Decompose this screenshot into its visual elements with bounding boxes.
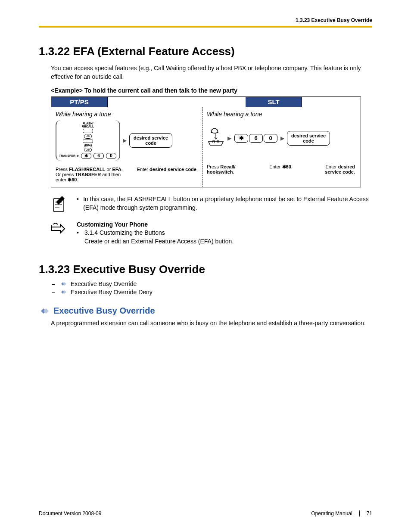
page-footer: Document Version 2008-09 Operating Manua… [39, 510, 372, 516]
flash-recall-label: FLASH/ RECALL [82, 122, 94, 128]
or-label-2: OR [84, 148, 92, 152]
section-1-intro: You can access special features (e.g., C… [51, 64, 372, 81]
flash-recall-button-icon [83, 129, 93, 133]
key-0-1: 0 [106, 153, 116, 159]
svg-marker-10 [44, 308, 49, 314]
pt-ps-column: While hearing a tone FLASH/ RECALL OR (E… [51, 107, 202, 187]
page-number: 71 [359, 510, 372, 516]
notepad-icon [51, 195, 66, 213]
slt-header: SLT [246, 97, 302, 107]
arrow-icon: ▶ [123, 137, 127, 143]
bullet-icon: • [77, 195, 80, 212]
bullet-icon: • [77, 229, 81, 246]
or-label-1: OR [84, 134, 92, 138]
efa-label: (EFA) [84, 144, 92, 147]
procedure-diagram: PT/PS SLT While hearing a tone FLASH/ RE… [51, 96, 361, 187]
efa-button-icon [83, 140, 93, 143]
pt-caption-a: Press FLASH/RECALL or EFA. Or press TRAN… [56, 167, 125, 183]
section-1-title: 1.3.22 EFA (External Feature Access) [39, 45, 372, 58]
key-star-1: ✱ [81, 153, 91, 159]
header-section-label: 1.3.23 Executive Busy Override [39, 17, 372, 26]
slt-caption-b: Enter ✱60. [257, 164, 304, 174]
note-1-text: In this case, the FLASH/RECALL button on… [83, 195, 372, 212]
transfer-label: TRANSFER [59, 154, 75, 157]
key-0-2: 0 [264, 134, 277, 143]
header-rule [39, 26, 372, 28]
customizing-desc: Create or edit an External Feature Acces… [84, 238, 234, 245]
hookswitch-icon [207, 128, 225, 149]
pt-tone-text: While hearing a tone [56, 111, 198, 118]
example-label: <Example> To hold the current call and t… [51, 87, 372, 94]
key-6-1: 6 [93, 153, 104, 159]
customizing-heading: Customizing Your Phone [77, 221, 372, 228]
pt-options-group: FLASH/ RECALL OR (EFA) OR TRANSFER ▶ ✱ 6… [56, 120, 120, 161]
dash-icon: – [51, 280, 56, 287]
link-executive-busy-override[interactable]: Executive Busy Override [71, 280, 137, 287]
hand-pointing-icon [51, 221, 66, 246]
link-executive-busy-override-deny[interactable]: Executive Busy Override Deny [71, 289, 153, 296]
diamond-bullet-icon [59, 281, 67, 286]
diamond-bullet-icon [39, 308, 49, 314]
key-star-2: ✱ [234, 134, 248, 143]
desired-service-code-1: desired service code [129, 133, 172, 148]
slt-tone-text: While hearing a tone [207, 111, 355, 118]
arrow-icon: ▶ [227, 135, 231, 141]
arrow-icon: ▶ [280, 135, 284, 141]
key-6-2: 6 [249, 134, 263, 143]
dash-icon: – [51, 289, 56, 296]
customizing-ref: 3.1.4 Customizing the Buttons [84, 229, 165, 236]
desired-service-code-2: desired service code [287, 131, 330, 146]
section-2-title: 1.3.23 Executive Busy Override [39, 263, 372, 276]
slt-caption-c: Enter desired service code. [308, 164, 355, 174]
doc-version: Document Version 2008-09 [39, 510, 101, 516]
pt-ps-header: PT/PS [51, 97, 108, 107]
slt-column: While hearing a tone ▶ ✱ 6 0 ▶ [202, 107, 359, 187]
slt-caption-a: Press Recall/hookswitch. [207, 164, 254, 174]
diamond-bullet-icon [59, 289, 67, 295]
sub-heading: Executive Busy Override [53, 306, 155, 316]
sub-body: A preprogrammed extension can call someo… [51, 319, 372, 328]
pt-caption-b: Enter desired service code. [128, 167, 198, 183]
manual-name: Operating Manual [311, 510, 352, 516]
